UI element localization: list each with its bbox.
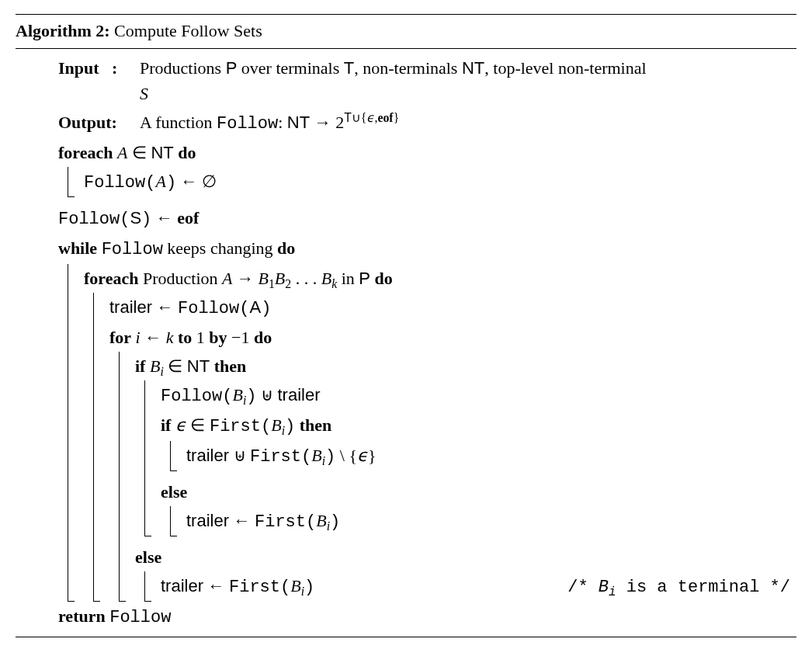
block-while: foreach Production A → B1B2 . . . Bk in … [68,264,796,602]
line-if-nt: if Bi ∈ NT then [135,352,796,380]
line-follow-init: Follow(A) ← ∅ [84,167,796,197]
line-follow-uplus: Follow(Bi) ⊎ trailer [161,380,796,411]
algorithm-name: Compute Follow Sets [114,21,262,40]
line-trailer-first-1: trailer ← First(Bi) [186,506,796,536]
bottom-rule [16,637,796,637]
output-content: A function Follow: NT → 2T∪{ϵ,eof} [140,109,399,137]
output-label: Output [58,113,111,132]
block-else-inner: trailer ← First(Bi) [170,506,796,536]
comment-terminal: /* Bi is a terminal */ [567,575,790,600]
line-trailer-init: trailer ← Follow(A) [109,293,796,323]
block-if-nt: Follow(Bi) ⊎ trailer if ϵ ∈ First(Bi) th… [144,380,796,536]
line-return: return Follow [58,602,796,632]
output-row: Output: A function Follow: NT → 2T∪{ϵ,eo… [58,108,796,138]
input-row: Input : Productions P over terminals T, … [58,54,796,108]
line-foreach-nt: foreach A ∈ NT do [58,138,796,167]
block-else-outer: trailer ← First(Bi) /* Bi is a terminal … [144,571,796,602]
block-foreach-prod: trailer ← Follow(A) for i ← k to 1 by −1… [93,293,796,602]
line-else-outer: else [135,543,796,571]
block-if-eps: trailer ⊎ First(Bi) \ {ϵ} [170,441,796,471]
input-label: Input [58,58,99,78]
block-for: if Bi ∈ NT then Follow(Bi) ⊎ trailer if … [119,352,796,602]
line-trailer-uplus: trailer ⊎ First(Bi) \ {ϵ} [186,441,796,471]
line-trailer-first-2: trailer ← First(Bi) /* Bi is a terminal … [161,571,796,602]
algorithm-box: Algorithm 2: Compute Follow Sets Input :… [16,14,796,637]
block-init: Follow(A) ← ∅ [68,167,796,197]
line-if-eps: if ϵ ∈ First(Bi) then [161,411,796,441]
input-content: Productions P over terminals T, non-term… [140,55,647,106]
algorithm-title: Algorithm 2: Compute Follow Sets [16,15,796,48]
algorithm-body: Input : Productions P over terminals T, … [58,49,796,637]
line-while: while Follow keeps changing do [58,234,796,264]
line-follow-s: Follow(S) ← eof [58,203,796,234]
line-for: for i ← k to 1 by −1 do [109,323,796,352]
line-foreach-prod: foreach Production A → B1B2 . . . Bk in … [84,264,796,293]
line-else-inner: else [161,477,796,506]
algorithm-label: Algorithm 2: [16,21,110,40]
